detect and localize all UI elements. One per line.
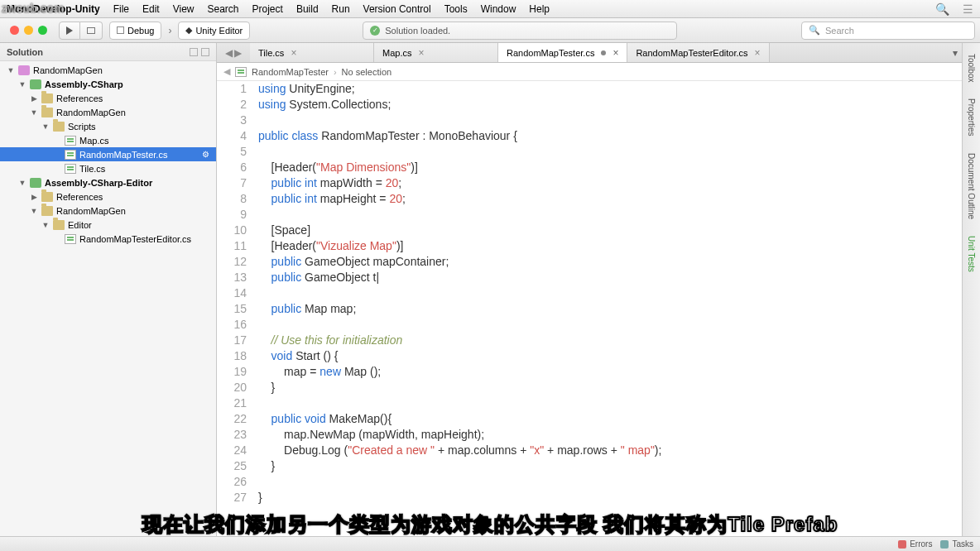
breadcrumb-file[interactable]: RandomMapTester bbox=[252, 67, 329, 77]
nav-back-icon[interactable]: ◀ bbox=[225, 47, 233, 59]
tasks-pad-button[interactable]: Tasks bbox=[940, 539, 973, 549]
menu-run[interactable]: Run bbox=[332, 3, 350, 15]
outline-tab[interactable]: Document Outline bbox=[964, 147, 978, 225]
tree-label: Scripts bbox=[68, 122, 96, 132]
close-tab-icon[interactable]: × bbox=[291, 47, 296, 59]
code-editor[interactable]: 1234567891011121314151617181920212223242… bbox=[217, 81, 962, 536]
tree-row[interactable]: ▼RandomMapGen bbox=[0, 63, 216, 77]
unity-icon: ◆ bbox=[185, 25, 192, 36]
document-tab[interactable]: Map.cs× bbox=[374, 43, 498, 62]
tree-label: RandomMapGen bbox=[56, 206, 126, 216]
menu-tools[interactable]: Tools bbox=[444, 3, 468, 15]
tree-row[interactable]: ▼Assembly-CSharp bbox=[0, 77, 216, 91]
tree-label: Tile.cs bbox=[79, 164, 105, 174]
tree-label: References bbox=[56, 192, 103, 202]
tree-row[interactable]: Map.cs bbox=[0, 133, 216, 147]
minimize-window-icon[interactable] bbox=[24, 26, 33, 35]
editor-area: ◀▶ Tile.cs×Map.cs×RandomMapTester.cs×Ran… bbox=[217, 43, 962, 536]
tree-row[interactable]: ▼RandomMapGen bbox=[0, 204, 216, 218]
errors-pad-button[interactable]: Errors bbox=[898, 539, 932, 549]
nav-back-icon[interactable]: ◀ bbox=[223, 66, 230, 77]
menu-project[interactable]: Project bbox=[252, 3, 283, 15]
menu-vcs[interactable]: Version Control bbox=[363, 3, 431, 15]
close-window-icon[interactable] bbox=[10, 26, 19, 35]
proj-icon bbox=[30, 79, 41, 89]
close-tab-icon[interactable]: × bbox=[612, 47, 618, 59]
folder-icon bbox=[53, 122, 65, 132]
tree-label: RandomMapGen bbox=[33, 65, 103, 75]
menu-window[interactable]: Window bbox=[481, 3, 516, 15]
tree-label: Editor bbox=[68, 220, 92, 230]
tasks-icon bbox=[940, 540, 949, 549]
menu-view[interactable]: View bbox=[173, 3, 195, 15]
pad-close-icon[interactable] bbox=[201, 48, 209, 56]
device-icon bbox=[87, 27, 95, 34]
folder-icon bbox=[41, 206, 53, 216]
cs-file-icon bbox=[235, 67, 247, 77]
menubar: MonoDevelop-Unity File Edit View Search … bbox=[0, 0, 980, 18]
document-tabs: ◀▶ Tile.cs×Map.cs×RandomMapTester.cs×Ran… bbox=[217, 43, 962, 63]
window-controls bbox=[5, 26, 52, 35]
tree-row[interactable]: ▶References bbox=[0, 189, 216, 204]
tree-label: RandomMapTesterEditor.cs bbox=[79, 234, 191, 244]
sln-icon bbox=[18, 65, 30, 75]
menu-help[interactable]: Help bbox=[529, 3, 550, 15]
nav-fwd-icon[interactable]: ▶ bbox=[234, 47, 242, 59]
tab-label: RandomMapTester.cs bbox=[507, 48, 594, 58]
run-button[interactable] bbox=[59, 22, 80, 40]
tree-label: References bbox=[56, 93, 103, 103]
code-source[interactable]: using UnityEngine;using System.Collectio… bbox=[253, 81, 962, 505]
menu-file[interactable]: File bbox=[113, 3, 129, 15]
config-select[interactable]: Debug bbox=[109, 22, 161, 40]
folder-icon bbox=[41, 108, 53, 117]
document-tab[interactable]: Tile.cs× bbox=[250, 43, 374, 62]
tree-row[interactable]: ▼Editor bbox=[0, 218, 216, 232]
tree-label: RandomMapTester.cs bbox=[79, 150, 167, 160]
document-tab[interactable]: RandomMapTesterEditor.cs× bbox=[627, 43, 769, 62]
cs-icon bbox=[65, 164, 76, 174]
tree-row[interactable]: ▼Scripts bbox=[0, 119, 216, 133]
menu-build[interactable]: Build bbox=[296, 3, 319, 15]
close-tab-icon[interactable]: × bbox=[755, 47, 761, 59]
dirty-indicator-icon bbox=[601, 50, 606, 55]
tree-row[interactable]: RandomMapTester.cs⚙ bbox=[0, 147, 216, 161]
target-select[interactable]: ◆Unity Editor bbox=[178, 22, 250, 40]
tree-label: RandomMapGen bbox=[56, 108, 126, 117]
solution-pad-header: Solution bbox=[0, 43, 216, 61]
tree-row[interactable]: Tile.cs bbox=[0, 161, 216, 175]
error-icon bbox=[898, 540, 906, 549]
search-icon: 🔍 bbox=[809, 25, 820, 36]
watermark: zwsub.com bbox=[2, 2, 64, 15]
tab-overflow-icon[interactable]: ▾ bbox=[949, 43, 962, 62]
folder-icon bbox=[41, 93, 53, 103]
zoom-window-icon[interactable] bbox=[38, 26, 47, 35]
pad-opt-icon[interactable] bbox=[190, 48, 198, 56]
right-dock: Toolbox Properties Document Outline Unit… bbox=[962, 43, 980, 536]
properties-tab[interactable]: Properties bbox=[964, 93, 978, 142]
toolbox-tab[interactable]: Toolbox bbox=[964, 48, 978, 88]
build-status: ✓ Solution loaded. bbox=[363, 22, 677, 40]
solution-tree[interactable]: ▼RandomMapGen▼Assembly-CSharp▶References… bbox=[0, 61, 216, 536]
search-icon[interactable]: 🔍 bbox=[935, 2, 949, 16]
tree-row[interactable]: ▼RandomMapGen bbox=[0, 105, 216, 119]
play-icon bbox=[66, 26, 73, 35]
close-tab-icon[interactable]: × bbox=[418, 47, 424, 59]
device-select[interactable] bbox=[80, 22, 103, 40]
unit-tests-tab[interactable]: Unit Tests bbox=[964, 230, 978, 278]
tree-row[interactable]: RandomMapTesterEditor.cs bbox=[0, 232, 216, 246]
statusbar: Errors Tasks bbox=[0, 536, 980, 551]
menu-search[interactable]: Search bbox=[208, 3, 239, 15]
tab-label: RandomMapTesterEditor.cs bbox=[636, 48, 747, 58]
tree-row[interactable]: ▶References bbox=[0, 91, 216, 105]
breadcrumb-selection[interactable]: No selection bbox=[342, 67, 392, 77]
check-icon: ✓ bbox=[370, 26, 380, 36]
cs-icon bbox=[65, 150, 76, 160]
tree-row[interactable]: ▼Assembly-CSharp-Editor bbox=[0, 175, 216, 189]
breadcrumb[interactable]: ◀ RandomMapTester › No selection bbox=[217, 63, 962, 81]
config-icon bbox=[117, 26, 124, 34]
gear-icon[interactable]: ⚙ bbox=[202, 150, 209, 159]
document-tab[interactable]: RandomMapTester.cs× bbox=[498, 43, 627, 62]
global-search[interactable]: 🔍 Search bbox=[801, 22, 975, 40]
menu-edit[interactable]: Edit bbox=[142, 3, 160, 15]
menu-icon[interactable]: ☰ bbox=[963, 2, 973, 16]
